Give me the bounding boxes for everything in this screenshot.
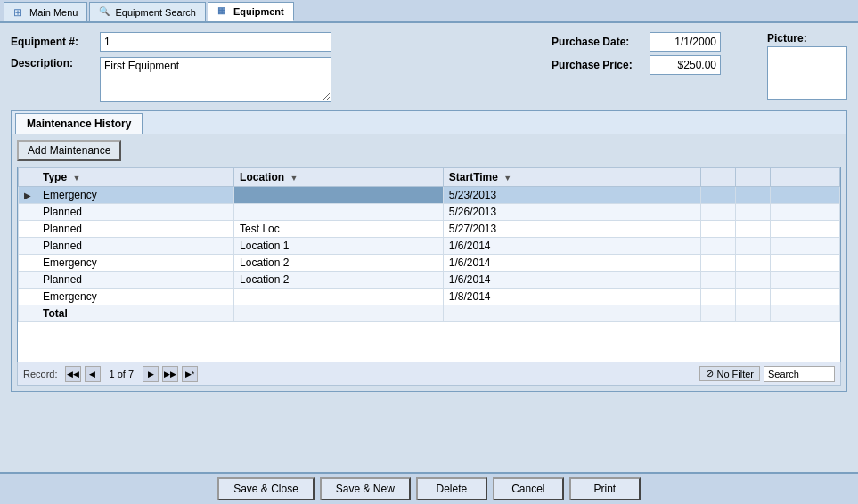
- starttime-sort-arrow: ▼: [503, 174, 511, 183]
- empty-cell: [770, 221, 805, 238]
- col5: [700, 168, 735, 187]
- starttime-cell: 1/6/2014: [443, 255, 666, 272]
- picture-box: [767, 46, 847, 100]
- purchase-date-row: Purchase Date:: [552, 32, 721, 52]
- total-empty: [443, 305, 666, 322]
- nav-next-button[interactable]: ▶: [143, 366, 159, 382]
- table-row[interactable]: PlannedLocation 11/6/2014: [19, 238, 840, 255]
- print-button[interactable]: Print: [569, 477, 641, 500]
- total-empty: [700, 305, 735, 322]
- table-row[interactable]: Emergency1/8/2014: [19, 289, 840, 305]
- row-indicator: [19, 221, 37, 238]
- empty-cell: [805, 238, 839, 255]
- maintenance-history-container: Maintenance History Add Maintenance Type…: [11, 110, 847, 392]
- total-label: Total: [37, 305, 234, 322]
- location-cell: Location 2: [234, 272, 444, 289]
- total-row: Total: [19, 305, 840, 322]
- picture-section: Picture:: [767, 32, 847, 107]
- total-empty: [735, 305, 770, 322]
- empty-cell: [735, 272, 770, 289]
- table-row[interactable]: Planned5/26/2013: [19, 204, 840, 221]
- empty-cell: [805, 272, 839, 289]
- description-row: Description: First Equipment: [11, 57, 541, 102]
- funnel-icon: ⊘: [706, 368, 714, 379]
- type-column-header[interactable]: Type ▼: [37, 168, 234, 187]
- home-icon: ⊞: [13, 6, 26, 19]
- record-count: 1 of 7: [110, 369, 135, 379]
- nav-prev-button[interactable]: ◀: [85, 366, 101, 382]
- table-row[interactable]: PlannedTest Loc5/27/2013: [19, 221, 840, 238]
- empty-cell: [666, 289, 701, 305]
- empty-cell: [770, 272, 805, 289]
- search-input[interactable]: [764, 366, 835, 382]
- location-cell: [234, 187, 444, 204]
- nav-new-button[interactable]: ▶*: [182, 366, 198, 382]
- table-row[interactable]: PlannedLocation 21/6/2014: [19, 272, 840, 289]
- maintenance-tab-label[interactable]: Maintenance History: [15, 113, 143, 134]
- add-maintenance-button[interactable]: Add Maintenance: [17, 140, 121, 161]
- nav-last-button[interactable]: ▶▶: [162, 366, 178, 382]
- empty-cell: [700, 272, 735, 289]
- row-indicator: ▶: [19, 187, 37, 204]
- empty-cell: [666, 187, 701, 204]
- empty-cell: [700, 238, 735, 255]
- description-input[interactable]: First Equipment: [100, 57, 331, 102]
- maintenance-table: Type ▼ Location ▼ StartTime ▼: [18, 167, 840, 322]
- location-cell: Location 1: [234, 238, 444, 255]
- purchase-date-input[interactable]: [650, 32, 721, 52]
- table-body: ▶Emergency5/23/2013Planned5/26/2013Plann…: [19, 187, 840, 322]
- starttime-cell: 1/6/2014: [443, 238, 666, 255]
- empty-cell: [805, 289, 839, 305]
- total-empty: [234, 305, 444, 322]
- row-indicator-col: [19, 168, 37, 187]
- type-sort-arrow: ▼: [72, 174, 80, 183]
- col8: [805, 168, 839, 187]
- cancel-button[interactable]: Cancel: [493, 477, 564, 500]
- purchase-price-row: Purchase Price:: [552, 55, 721, 75]
- equipment-number-input[interactable]: [100, 32, 331, 52]
- empty-cell: [735, 255, 770, 272]
- empty-cell: [805, 187, 839, 204]
- starttime-column-header[interactable]: StartTime ▼: [443, 168, 666, 187]
- empty-cell: [735, 187, 770, 204]
- tab-main-menu[interactable]: ⊞ Main Menu: [4, 2, 87, 21]
- col4: [666, 168, 701, 187]
- empty-cell: [735, 289, 770, 305]
- starttime-cell: 1/8/2014: [443, 289, 666, 305]
- empty-cell: [735, 238, 770, 255]
- location-column-header[interactable]: Location ▼: [234, 168, 444, 187]
- top-form-area: Equipment #: Description: First Equipmen…: [11, 32, 847, 107]
- location-cell: Test Loc: [234, 221, 444, 238]
- col7: [770, 168, 805, 187]
- tab-equipment[interactable]: ▦ Equipment: [208, 2, 294, 21]
- save-new-button[interactable]: Save & New: [320, 477, 411, 500]
- search-icon: 🔍: [99, 6, 111, 19]
- nav-first-button[interactable]: ◀◀: [65, 366, 81, 382]
- type-cell: Planned: [37, 272, 234, 289]
- starttime-cell: 5/27/2013: [443, 221, 666, 238]
- tab-equipment-search[interactable]: 🔍 Equipment Search: [89, 2, 206, 21]
- location-cell: [234, 204, 444, 221]
- table-header: Type ▼ Location ▼ StartTime ▼: [19, 168, 840, 187]
- total-empty: [770, 305, 805, 322]
- empty-cell: [666, 272, 701, 289]
- purchase-date-label: Purchase Date:: [552, 36, 650, 48]
- table-row[interactable]: EmergencyLocation 21/6/2014: [19, 255, 840, 272]
- type-cell: Emergency: [37, 289, 234, 305]
- empty-cell: [770, 255, 805, 272]
- maintenance-table-wrapper: Type ▼ Location ▼ StartTime ▼: [17, 167, 841, 362]
- table-row[interactable]: ▶Emergency5/23/2013: [19, 187, 840, 204]
- equipment-number-row: Equipment #:: [11, 32, 541, 52]
- picture-label: Picture:: [767, 32, 807, 45]
- purchase-price-input[interactable]: [650, 55, 721, 75]
- empty-cell: [770, 204, 805, 221]
- empty-cell: [805, 255, 839, 272]
- total-indicator: [19, 305, 37, 322]
- delete-button[interactable]: Delete: [416, 477, 487, 500]
- type-cell: Planned: [37, 238, 234, 255]
- col6: [735, 168, 770, 187]
- save-close-button[interactable]: Save & Close: [217, 477, 315, 500]
- no-filter-button[interactable]: ⊘ No Filter: [699, 366, 760, 381]
- record-label: Record:: [23, 369, 58, 379]
- empty-cell: [700, 187, 735, 204]
